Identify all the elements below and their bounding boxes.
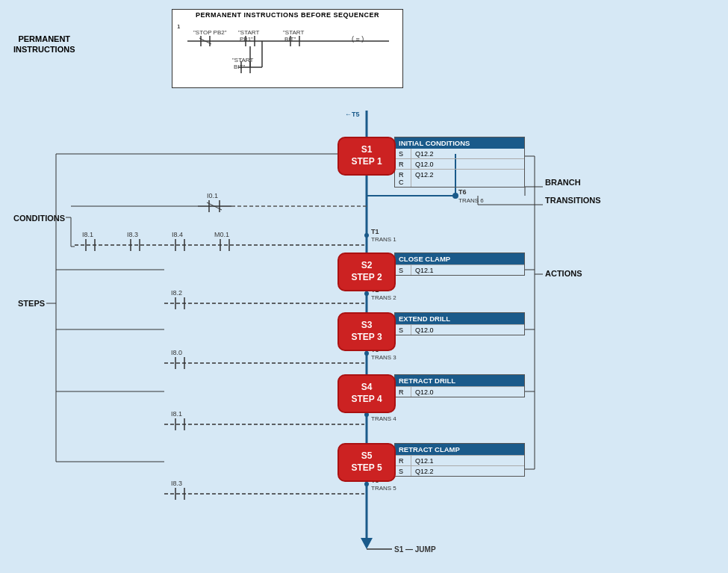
svg-text:TRANS 6: TRANS 6 [458, 197, 484, 204]
step-s5: S5 STEP 5 [337, 443, 396, 482]
retract-clamp-row-1: S Q12.2 [395, 465, 524, 476]
init-key-0: S [395, 149, 411, 158]
close-clamp-val-0: Q12.1 [411, 265, 524, 275]
svg-text:TRANS 3: TRANS 3 [371, 354, 396, 361]
extend-drill-title: EXTEND DRILL [395, 313, 524, 324]
t5-top-label: ←T5 [345, 111, 360, 118]
retract-drill-row-0: R Q12.0 [395, 386, 524, 397]
retract-clamp-val-1: Q12.2 [411, 466, 524, 476]
step-s1-label-bottom: STEP 1 [351, 156, 382, 168]
svg-text:STEPS: STEPS [18, 299, 45, 308]
svg-text:CONDITIONS: CONDITIONS [13, 214, 65, 223]
step-s3: S3 STEP 3 [337, 312, 396, 351]
svg-text:BRANCH: BRANCH [545, 178, 581, 187]
svg-text:"STOP PB2": "STOP PB2" [193, 29, 227, 36]
close-clamp-title: CLOSE CLAMP [395, 253, 524, 264]
extend-drill-row-0: S Q12.0 [395, 324, 524, 335]
svg-text:I0.1: I0.1 [207, 192, 218, 199]
init-val-2: Q12.2 [411, 170, 438, 187]
svg-text:I8.3: I8.3 [171, 480, 182, 487]
svg-text:I8.3: I8.3 [127, 231, 138, 238]
svg-point-3 [452, 193, 458, 199]
svg-point-6 [364, 233, 369, 238]
close-clamp-box: CLOSE CLAMP S Q12.1 [394, 253, 525, 276]
svg-text:S1 — JUMP: S1 — JUMP [394, 545, 436, 554]
svg-text:ACTIONS: ACTIONS [545, 269, 582, 278]
svg-text:I8.2: I8.2 [171, 289, 182, 297]
svg-text:"START: "START [283, 29, 304, 36]
svg-line-32 [207, 202, 222, 210]
close-clamp-key-0: S [395, 265, 411, 275]
perm-box-content: 1 "STOP PB2" "START PB1" "START BIT" [172, 20, 402, 87]
svg-text:M0.1: M0.1 [214, 231, 229, 238]
perm-box-title: PERMANENT INSTRUCTIONS BEFORE SEQUENCER [172, 10, 402, 20]
init-key-1: R [395, 159, 411, 169]
svg-text:TRANS 1: TRANS 1 [371, 236, 396, 243]
extend-drill-val-0: Q12.0 [411, 325, 524, 335]
extend-drill-key-0: S [395, 325, 411, 335]
init-val-0: Q12.2 [411, 149, 438, 158]
svg-text:( = ): ( = ) [352, 35, 364, 43]
svg-point-18 [364, 482, 369, 486]
retract-drill-val-0: Q12.0 [411, 387, 524, 397]
retract-clamp-title: RETRACT CLAMP [395, 444, 524, 455]
svg-marker-21 [361, 538, 373, 549]
retract-clamp-key-1: S [395, 466, 411, 476]
svg-text:T6: T6 [458, 188, 467, 196]
retract-clamp-val-0: Q12.1 [411, 456, 524, 465]
svg-point-12 [364, 351, 369, 356]
step-s5-label-bottom: STEP 5 [351, 462, 382, 474]
svg-text:I8.0: I8.0 [171, 349, 182, 356]
step-s4-label-bottom: STEP 4 [351, 394, 382, 406]
rung-number: 1 [177, 23, 180, 30]
step-s2: S2 STEP 2 [337, 253, 396, 291]
step-s3-label-top: S3 [361, 320, 373, 332]
svg-text:TRANS 5: TRANS 5 [371, 485, 396, 492]
svg-text:I8.1: I8.1 [171, 410, 182, 418]
step-s2-label-top: S2 [361, 260, 373, 272]
svg-text:"START: "START [238, 29, 259, 36]
initial-conditions-box: INITIAL CONDITIONS S Q12.2 R Q12.0 R C Q… [394, 137, 525, 188]
retract-clamp-key-0: R [395, 456, 411, 465]
init-val-1: Q12.0 [411, 159, 438, 169]
permanent-instructions-label: PERMANENTINSTRUCTIONS [13, 34, 75, 55]
diagram-container: ←T5 T6 TRANS 6 T1 TRANS 1 T2 TRANS 2 T3 … [0, 0, 728, 573]
step-s4-label-top: S4 [361, 382, 373, 394]
retract-drill-key-0: R [395, 387, 411, 397]
svg-text:I8.1: I8.1 [82, 231, 93, 238]
svg-text:TRANS 4: TRANS 4 [371, 415, 396, 422]
retract-clamp-box: RETRACT CLAMP R Q12.1 S Q12.2 [394, 443, 525, 477]
svg-text:I8.4: I8.4 [172, 231, 183, 238]
init-key-2: R C [395, 170, 411, 187]
step-s2-label-bottom: STEP 2 [351, 272, 382, 284]
close-clamp-row-0: S Q12.1 [395, 264, 524, 275]
init-conditions-title: INITIAL CONDITIONS [395, 137, 524, 149]
svg-text:PB1": PB1" [240, 36, 253, 43]
svg-text:T1: T1 [371, 228, 379, 235]
svg-text:TRANS 2: TRANS 2 [371, 294, 396, 301]
svg-text:TRANSITIONS: TRANSITIONS [545, 196, 601, 205]
init-row-2: R C Q12.2 [395, 169, 524, 187]
svg-point-9 [364, 291, 369, 296]
step-s1-label-top: S1 [361, 144, 373, 156]
init-row-1: R Q12.0 [395, 158, 524, 169]
step-s1: S1 STEP 1 [337, 137, 396, 176]
permanent-instructions-box: PERMANENT INSTRUCTIONS BEFORE SEQUENCER … [172, 9, 403, 88]
retract-drill-box: RETRACT DRILL R Q12.0 [394, 374, 525, 397]
init-row-0: S Q12.2 [395, 149, 524, 158]
step-s5-label-top: S5 [361, 450, 373, 462]
extend-drill-box: EXTEND DRILL S Q12.0 [394, 312, 525, 335]
ladder-svg: "STOP PB2" "START PB1" "START BIT" ( = ) [187, 26, 396, 82]
retract-clamp-row-0: R Q12.1 [395, 455, 524, 465]
step-s4: S4 STEP 4 [337, 374, 396, 413]
retract-drill-title: RETRACT DRILL [395, 375, 524, 386]
step-s3-label-bottom: STEP 3 [351, 332, 382, 344]
